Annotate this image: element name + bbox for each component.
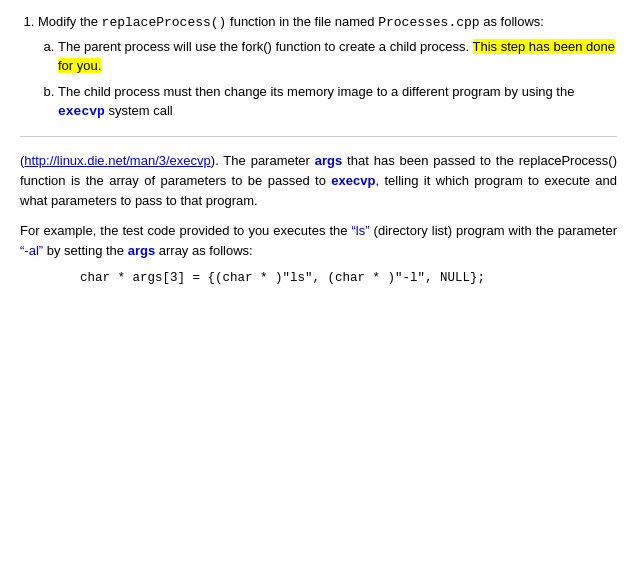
- item1-prefix: Modify the: [38, 14, 102, 29]
- sub-b-text2: system call: [105, 103, 173, 118]
- item1-file: Processes.cpp: [378, 15, 479, 30]
- section-divider: [20, 136, 617, 137]
- item1-middle: function in the file named: [226, 14, 378, 29]
- bottom-section: (http://linux.die.net/man/3/execvp). The…: [20, 151, 617, 286]
- item1-suffix: as follows:: [480, 14, 544, 29]
- para2-part2: (directory list) program with the parame…: [370, 223, 617, 238]
- para1-args: args: [315, 153, 342, 168]
- para2-ls: “ls”: [352, 223, 370, 238]
- sub-item-a: The parent process will use the fork() f…: [58, 37, 617, 76]
- para2-part4: array as follows:: [155, 243, 253, 258]
- para1-close-link: ). The parameter: [211, 153, 315, 168]
- item1-func: replaceProcess(): [102, 15, 227, 30]
- sub-item-b: The child process must then change its m…: [58, 82, 617, 122]
- sub-b-text1: The child process must then change its m…: [58, 84, 574, 99]
- bottom-para-2: For example, the test code provided to y…: [20, 221, 617, 261]
- para2-part3: by setting the: [43, 243, 128, 258]
- sub-list: The parent process will use the fork() f…: [38, 37, 617, 122]
- execvp-link[interactable]: http://linux.die.net/man/3/execvp: [24, 153, 210, 168]
- para1-execvp: execvp: [331, 173, 375, 188]
- page-container: Modify the replaceProcess() function in …: [0, 0, 637, 297]
- code-line: char * args[3] = {(char * )"ls", (char *…: [20, 271, 617, 285]
- para2-part1: For example, the test code provided to y…: [20, 223, 352, 238]
- item1-text: Modify the replaceProcess() function in …: [38, 14, 544, 29]
- para2-args: args: [128, 243, 155, 258]
- list-item-1: Modify the replaceProcess() function in …: [38, 12, 617, 122]
- sub-a-text1: The parent process will use the fork() f…: [58, 39, 473, 54]
- main-list: Modify the replaceProcess() function in …: [20, 12, 617, 122]
- bottom-para-1: (http://linux.die.net/man/3/execvp). The…: [20, 151, 617, 211]
- code-text: char * args[3] = {(char * )"ls", (char *…: [80, 271, 485, 285]
- sub-b-execvp: execvp: [58, 104, 105, 119]
- para2-al: “-al”: [20, 243, 43, 258]
- top-section: Modify the replaceProcess() function in …: [20, 12, 617, 122]
